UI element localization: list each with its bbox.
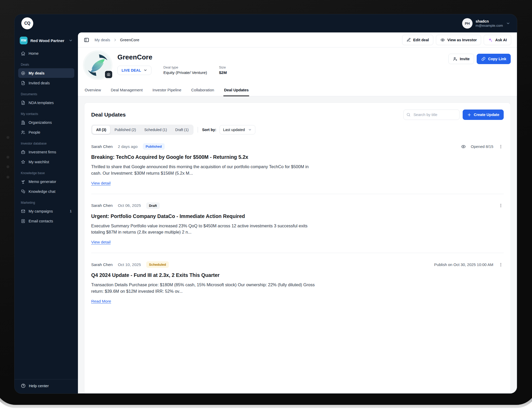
kebab-menu-icon[interactable] (498, 262, 504, 268)
workspace-badge: RW (20, 37, 28, 44)
change-logo-camera-button[interactable] (105, 71, 112, 78)
eye-icon (440, 38, 445, 42)
campaigns-count-badge: 1 (70, 209, 72, 213)
deal-updates-panel: Deal Updates (84, 103, 511, 393)
home-icon (21, 51, 25, 56)
user-name: shadcn (476, 19, 503, 24)
status-badge-scheduled: Scheduled (146, 261, 169, 268)
sidebar-item-nda-templates[interactable]: NDA templates (18, 98, 74, 107)
camera-icon (107, 73, 110, 76)
chevron-down-icon (69, 38, 73, 43)
sidebar: RW Red Wood Partner Home Deals (15, 32, 78, 393)
sidebar-item-people[interactable]: People (18, 127, 74, 137)
user-email: m@example.com (476, 24, 503, 28)
filter-all[interactable]: All (3) (92, 126, 110, 134)
workspace-name: Red Wood Partner (30, 38, 66, 43)
deal-header: GreenCore LIVE DEAL Deal type Equity (Pr… (78, 47, 517, 84)
kebab-menu-icon[interactable] (498, 203, 504, 208)
filter-published[interactable]: Published (2) (111, 126, 140, 134)
update-date: Oct 06, 2025 (118, 203, 141, 208)
people-icon (21, 130, 25, 135)
bezel-button (6, 165, 9, 168)
sidebar-item-knowledge-chat[interactable]: Knowledge chat (18, 187, 74, 196)
app-logo-text: CQ (24, 21, 30, 26)
deal-size-value: $2M (219, 70, 227, 75)
sidebar-item-label: Memo generator (29, 180, 56, 184)
main-content: My deals GreenCore Edit deal (78, 32, 517, 393)
deal-size-label: Size (219, 65, 227, 69)
filter-scheduled[interactable]: Scheduled (1) (140, 126, 171, 134)
deal-type-value: Equity (Private/ Venture) (163, 70, 207, 75)
update-title: Urgent: Portfolio Company DataCo - Immed… (91, 213, 504, 219)
copy-link-button[interactable]: Copy Link (477, 54, 511, 64)
updates-list: Sarah Chen 2 days ago Published Opene (91, 143, 504, 304)
tab-deal-management[interactable]: Deal Management (110, 84, 143, 96)
sidebar-item-label: Knowledge chat (29, 189, 55, 194)
sidebar-item-home[interactable]: Home (18, 49, 74, 58)
chevron-down-icon (248, 128, 252, 132)
publish-note: Publish on Oct 30, 2025 10:00 AM (434, 262, 493, 267)
panel-toggle-icon[interactable] (84, 37, 89, 43)
nda-templates-icon (21, 100, 25, 105)
topbar: CQ PH shadcn m@example.com (15, 14, 517, 32)
sidebar-item-my-deals[interactable]: My deals (18, 68, 74, 78)
help-icon (21, 383, 26, 388)
sparkles-icon (488, 38, 493, 42)
view-as-investor-button[interactable]: View as Investor (436, 35, 481, 45)
sidebar-item-email-contacts[interactable]: Email contacts (18, 216, 74, 226)
investment-firms-icon (21, 150, 25, 154)
organizations-icon (21, 120, 25, 125)
content-header: My deals GreenCore Edit deal (78, 32, 517, 47)
app-logo[interactable]: CQ (21, 17, 33, 29)
sidebar-section-investor-database: Investor database (21, 142, 72, 145)
update-excerpt: Thrilled to share that Google announced … (91, 163, 320, 176)
deal-status-dropdown[interactable]: LIVE DEAL (117, 66, 151, 75)
sidebar-section-documents: Documents (21, 92, 72, 96)
bezel-button (6, 136, 9, 139)
tab-deal-updates[interactable]: Deal Updates (223, 84, 249, 96)
status-badge-draft: Draft (146, 202, 160, 209)
update-card-3: Sarah Chen Oct 10, 2025 Scheduled Publis… (91, 261, 504, 304)
sidebar-section-knowledge-base: Knowledge base (21, 171, 72, 175)
view-detail-link[interactable]: View detail (91, 181, 111, 186)
sort-by-label: Sort by: (202, 128, 216, 132)
sidebar-item-investment-firms[interactable]: Investment firms (18, 147, 74, 157)
workspace-switcher[interactable]: RW Red Wood Partner (18, 36, 74, 49)
kebab-menu-icon[interactable] (498, 144, 504, 149)
user-menu[interactable]: PH shadcn m@example.com (462, 18, 510, 29)
sort-select[interactable]: Last updated (220, 125, 255, 134)
sidebar-item-label: My watchlist (29, 160, 49, 164)
sidebar-item-label: Invited deals (29, 81, 50, 85)
status-filter-group: All (3) Published (2) Scheduled (1) Draf… (91, 125, 194, 135)
tab-collaboration[interactable]: Collaboration (191, 84, 215, 96)
sidebar-item-my-watchlist[interactable]: My watchlist (18, 157, 74, 167)
edit-deal-button[interactable]: Edit deal (402, 35, 433, 45)
ask-ai-button[interactable]: Ask AI (484, 35, 511, 45)
update-excerpt: Transaction Details Purchase price: $180… (91, 282, 320, 295)
update-author: Sarah Chen (91, 262, 113, 267)
tab-overview[interactable]: Overview (84, 84, 102, 96)
sidebar-item-help-center[interactable]: Help center (21, 383, 72, 388)
plus-icon (467, 113, 471, 117)
view-detail-link[interactable]: View detail (91, 240, 111, 244)
sidebar-item-my-campaigns[interactable]: My campaigns 1 (18, 206, 74, 216)
filter-draft[interactable]: Draft (1) (171, 126, 192, 134)
sidebar-item-organizations[interactable]: Organizations (18, 118, 74, 127)
page: CQ PH shadcn m@example.com RW Red Wood P… (0, 0, 532, 409)
invite-button[interactable]: Invite (448, 54, 474, 64)
tab-investor-pipeline[interactable]: Investor Pipeline (152, 84, 182, 96)
filter-row: All (3) Published (2) Scheduled (1) Draf… (91, 125, 504, 135)
campaigns-mail-icon (21, 209, 25, 214)
update-author: Sarah Chen (91, 144, 113, 149)
create-update-button[interactable]: Create Update (463, 110, 504, 120)
bezel-button (6, 176, 9, 179)
sidebar-item-memo-generator[interactable]: Memo generator (18, 177, 74, 186)
sidebar-item-label: My campaigns (29, 209, 53, 213)
read-more-link[interactable]: Read More (91, 299, 111, 304)
search-input[interactable] (403, 110, 460, 120)
sidebar-item-invited-deals[interactable]: Invited deals (18, 78, 74, 88)
invite-person-plus-icon (453, 57, 457, 61)
breadcrumb-my-deals[interactable]: My deals (95, 38, 110, 42)
sidebar-section-my-contacts: My contacts (21, 112, 72, 116)
breadcrumb-current: GreenCore (120, 38, 139, 42)
